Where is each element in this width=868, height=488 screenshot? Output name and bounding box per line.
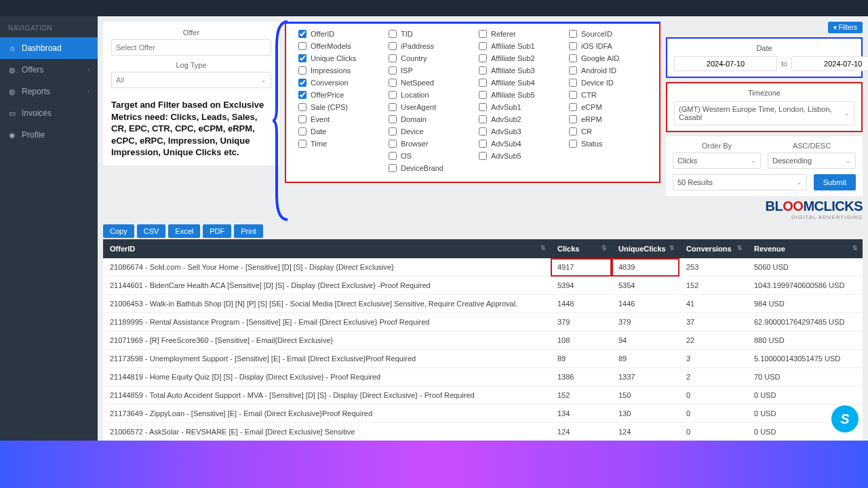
checkbox[interactable]	[389, 79, 397, 87]
skype-icon[interactable]: S	[831, 405, 859, 432]
checkbox[interactable]	[389, 152, 397, 160]
metric-advsub5[interactable]: AdvSub5	[479, 152, 557, 160]
nav-item-offers[interactable]: ◍Offers›	[0, 59, 98, 81]
checkbox[interactable]	[298, 127, 307, 136]
checkbox[interactable]	[298, 140, 307, 148]
metric-ipaddress[interactable]: iPaddress	[389, 42, 467, 50]
metric-affiliate-sub3[interactable]: Affiliate Sub3	[479, 66, 557, 75]
col-revenue[interactable]: Revenue⇅	[747, 239, 863, 258]
metric-device[interactable]: Device	[389, 127, 467, 136]
metric-advsub4[interactable]: AdvSub4	[479, 140, 557, 148]
checkbox[interactable]	[569, 54, 577, 62]
checkbox[interactable]	[389, 66, 397, 75]
checkbox[interactable]	[569, 91, 577, 99]
checkbox[interactable]	[298, 42, 307, 50]
metric-advsub1[interactable]: AdvSub1	[479, 103, 557, 111]
metric-advsub2[interactable]: AdvSub2	[479, 115, 557, 123]
metric-ecpm[interactable]: eCPM	[569, 103, 647, 111]
metric-os[interactable]: OS	[389, 152, 467, 160]
metric-sale-cps-[interactable]: Sale (CPS)	[298, 103, 376, 111]
checkbox[interactable]	[479, 91, 487, 99]
checkbox[interactable]	[569, 79, 577, 87]
checkbox[interactable]	[479, 79, 487, 87]
metric-browser[interactable]: Browser	[389, 140, 467, 148]
metric-time[interactable]: Time	[298, 140, 376, 148]
export-csv[interactable]: CSV	[137, 224, 166, 238]
checkbox[interactable]	[569, 103, 577, 111]
checkbox[interactable]	[479, 140, 487, 148]
metric-cr[interactable]: CR	[569, 127, 647, 136]
checkbox[interactable]	[298, 91, 307, 99]
metric-advsub3[interactable]: AdvSub3	[479, 127, 557, 136]
checkbox[interactable]	[298, 115, 307, 123]
export-excel[interactable]: Excel	[168, 224, 200, 238]
metric-offermodels[interactable]: OfferModels	[298, 42, 376, 50]
logtype-select[interactable]: All⌄	[111, 72, 271, 88]
metric-netspeed[interactable]: NetSpeed	[389, 79, 467, 87]
metric-sourceid[interactable]: SourceID	[569, 30, 647, 38]
checkbox[interactable]	[569, 115, 577, 123]
checkbox[interactable]	[479, 127, 487, 136]
timezone-select[interactable]: (GMT) Western Europe Time, London, Lisbo…	[674, 101, 854, 125]
metric-conversion[interactable]: Conversion	[298, 79, 376, 87]
col-offerid[interactable]: OfferID⇅	[103, 239, 551, 258]
checkbox[interactable]	[298, 30, 307, 38]
metric-country[interactable]: Country	[389, 54, 467, 62]
checkbox[interactable]	[479, 54, 487, 62]
nav-item-dashbroad[interactable]: ⌂Dashbroad	[0, 37, 98, 59]
filters-button[interactable]: ▾ Filters	[828, 22, 863, 33]
checkbox[interactable]	[389, 30, 397, 38]
nav-item-invoices[interactable]: ▭Invoices	[0, 102, 98, 124]
date-from-input[interactable]	[674, 56, 777, 71]
checkbox[interactable]	[389, 164, 397, 172]
export-print[interactable]: Print	[234, 224, 263, 238]
metric-ctr[interactable]: CTR	[569, 91, 647, 99]
checkbox[interactable]	[569, 127, 577, 136]
offer-input[interactable]	[111, 39, 271, 56]
checkbox[interactable]	[479, 42, 487, 50]
checkbox[interactable]	[389, 91, 397, 99]
checkbox[interactable]	[389, 103, 397, 111]
checkbox[interactable]	[479, 66, 487, 75]
metric-unique-clicks[interactable]: Unique Clicks	[298, 54, 376, 62]
metric-domain[interactable]: Domain	[389, 115, 467, 123]
table-row[interactable]: 21173649 - ZippyLoan - [Sensitive] [E] -…	[103, 405, 863, 423]
table-row[interactable]: 21144601 - BidenCare Health ACA [Sensiti…	[103, 277, 863, 295]
metric-erpm[interactable]: eRPM	[569, 115, 647, 123]
table-row[interactable]: 21144859 - Total Auto Accident Support -…	[103, 386, 863, 405]
metric-status[interactable]: Status	[569, 140, 647, 148]
metric-android-id[interactable]: Android ID	[569, 66, 647, 75]
checkbox[interactable]	[298, 103, 307, 111]
metric-referer[interactable]: Referer	[479, 30, 557, 38]
metric-useragent[interactable]: UserAgent	[389, 103, 467, 111]
metric-isp[interactable]: ISP	[389, 66, 467, 75]
metric-impressions[interactable]: Impressions	[298, 66, 376, 75]
checkbox[interactable]	[479, 152, 487, 160]
export-pdf[interactable]: PDF	[203, 224, 231, 238]
checkbox[interactable]	[479, 115, 487, 123]
checkbox[interactable]	[298, 54, 307, 62]
metric-offerid[interactable]: OfferID	[298, 30, 376, 38]
metric-devicebrand[interactable]: DeviceBrand	[389, 164, 467, 172]
checkbox[interactable]	[569, 66, 577, 75]
metric-affiliate-sub2[interactable]: Affiliate Sub2	[479, 54, 557, 62]
checkbox[interactable]	[389, 127, 397, 136]
ascdesc-select[interactable]: Descending⌄	[768, 152, 856, 169]
metric-location[interactable]: Location	[389, 91, 467, 99]
table-row[interactable]: 21173598 - Unemployment Support - [Sensi…	[103, 350, 863, 368]
table-row[interactable]: 21086674 - Sold.com - Sell Your Home - […	[103, 258, 863, 277]
metric-event[interactable]: Event	[298, 115, 376, 123]
metric-date[interactable]: Date	[298, 127, 376, 136]
table-row[interactable]: 21006453 - Walk-in Bathtub Shop [D] [N] …	[103, 295, 863, 313]
checkbox[interactable]	[569, 42, 577, 50]
metric-affiliate-sub1[interactable]: Affiliate Sub1	[479, 42, 557, 50]
orderby-select[interactable]: Clicks⌄	[673, 152, 761, 169]
table-row[interactable]: 21006572 - AskSolar - REVSHARE [E] - Ema…	[103, 423, 863, 441]
checkbox[interactable]	[389, 140, 397, 148]
checkbox[interactable]	[389, 115, 397, 123]
metric-device-id[interactable]: Device ID	[569, 79, 647, 87]
submit-button[interactable]: Submit	[814, 174, 856, 190]
metric-affiliate-sub4[interactable]: Affiliate Sub4	[479, 79, 557, 87]
checkbox[interactable]	[479, 103, 487, 111]
table-row[interactable]: 21144819 - Home Equity Quiz [D] [S] - Di…	[103, 368, 863, 386]
